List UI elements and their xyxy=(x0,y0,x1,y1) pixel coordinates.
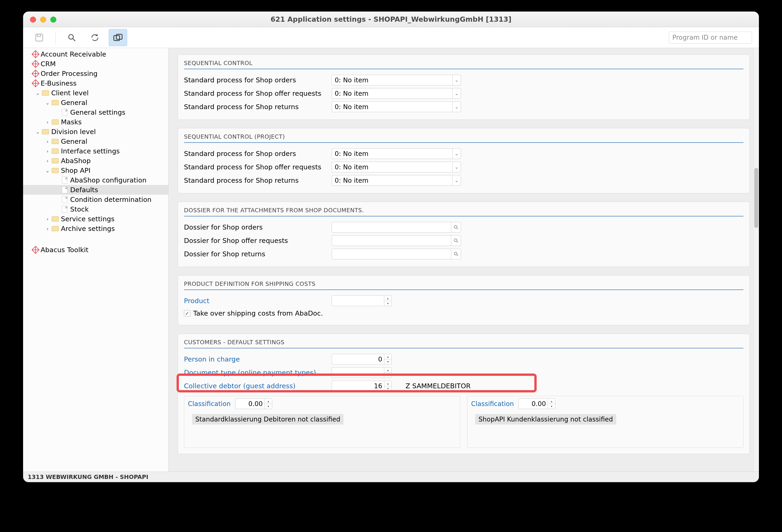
sidebar-item-dl-general[interactable]: › General xyxy=(23,137,168,146)
arrow-down-icon[interactable]: ▾ xyxy=(384,373,391,378)
sidebar-item-label: Abacus Toolkit xyxy=(41,246,88,254)
svg-point-10 xyxy=(454,252,457,255)
field-label-link[interactable]: Person in charge xyxy=(184,355,332,363)
chevron-down-icon: ⌄ xyxy=(452,102,461,112)
chevron-right-icon: › xyxy=(44,119,51,125)
panel-dossier: DOSSIER FOR THE ATTACHMENTS FROM SHOP DO… xyxy=(178,202,750,267)
vertical-scrollbar[interactable] xyxy=(753,48,759,471)
sidebar-item-account-receivable[interactable]: ▾ Account Receivable xyxy=(23,49,168,59)
search-icon xyxy=(67,33,76,42)
search-button[interactable] xyxy=(63,29,81,46)
diamond-icon xyxy=(32,60,39,68)
sidebar-item-e-business[interactable]: ▾ E-Business xyxy=(23,78,168,88)
sidebar-item-service-settings[interactable]: › Service settings xyxy=(23,214,168,224)
diamond-icon xyxy=(32,246,39,254)
sidebar-item-label: Client level xyxy=(51,89,88,97)
panel-product-definition: PRODUCT DEFINITION FOR SHIPPING COSTS Pr… xyxy=(178,275,750,325)
search-dossier-orders[interactable] xyxy=(332,222,461,233)
search-dossier-offers[interactable] xyxy=(332,235,461,246)
row-document-type: Document type (online payment types) ▴▾ xyxy=(184,366,743,379)
refresh-button[interactable] xyxy=(85,29,104,46)
sidebar-item-defaults[interactable]: ▾ Defaults xyxy=(23,185,168,195)
toolbar: Program ID or name xyxy=(23,27,759,48)
take-over-checkbox-row[interactable]: ✓ Take over shipping costs from AbaDoc. xyxy=(184,307,743,319)
sidebar-item-condition-determination[interactable]: ▾ Condition determination xyxy=(23,195,168,204)
windows-button[interactable] xyxy=(109,29,127,46)
field-label: Standard process for Shop offer requests xyxy=(184,89,332,98)
page-icon xyxy=(62,206,67,213)
classification-right-spinner[interactable]: 0.00 ▴▾ xyxy=(519,398,555,409)
sidebar-item-label: CRM xyxy=(41,60,56,68)
classification-label[interactable]: Classification xyxy=(471,400,514,408)
sidebar-item-abacus-toolkit[interactable]: ▾ Abacus Toolkit xyxy=(23,245,168,255)
chevron-right-icon: › xyxy=(44,139,51,144)
person-spinner[interactable]: 0 ▴▾ xyxy=(332,354,392,365)
diamond-icon xyxy=(32,50,39,58)
sidebar-item-order-processing[interactable]: ▾ Order Processing xyxy=(23,69,168,78)
checkbox-label: Take over shipping costs from AbaDoc. xyxy=(193,309,323,317)
close-window-button[interactable] xyxy=(30,16,36,23)
doc-type-spinner[interactable]: ▴▾ xyxy=(332,367,392,378)
svg-rect-0 xyxy=(36,34,43,41)
combo-proj-returns[interactable]: 0: No item ⌄ xyxy=(332,175,461,186)
field-label-link[interactable]: Document type (online payment types) xyxy=(184,369,332,377)
sidebar-item-interface-settings[interactable]: › Interface settings xyxy=(23,146,168,156)
sidebar-item-general[interactable]: ⌄ General xyxy=(23,98,168,108)
combo-proj-offers[interactable]: 0: No item ⌄ xyxy=(332,162,461,172)
sidebar-item-label: Stock xyxy=(70,205,88,213)
combo-proj-orders[interactable]: 0: No item ⌄ xyxy=(332,148,461,159)
combo-value: 0: No item xyxy=(335,150,368,158)
search-dossier-returns[interactable] xyxy=(332,249,461,259)
scrollbar-thumb[interactable] xyxy=(754,168,758,228)
field-label-link[interactable]: Product xyxy=(184,297,332,305)
row-person-in-charge: Person in charge 0 ▴▾ xyxy=(184,352,743,366)
field-label: Standard process for Shop orders xyxy=(184,150,332,158)
classification-label[interactable]: Classification xyxy=(188,400,230,408)
arrow-up-icon[interactable]: ▴ xyxy=(265,398,272,404)
sidebar-item-label: General settings xyxy=(70,108,125,116)
arrow-down-icon[interactable]: ▾ xyxy=(384,359,391,365)
sidebar-item-shop-api[interactable]: ⌄ Shop API xyxy=(23,166,168,175)
sidebar-item-client-level[interactable]: ⌄ Client level xyxy=(23,88,168,98)
combo-value: 0: No item xyxy=(335,177,368,184)
classification-left-spinner[interactable]: 0.00 ▴▾ xyxy=(235,398,272,409)
classification-left-value: Standardklassierung Debitoren not classi… xyxy=(192,414,344,424)
sidebar-item-stock[interactable]: ▾ Stock xyxy=(23,204,168,214)
arrow-up-icon[interactable]: ▴ xyxy=(384,368,391,373)
program-search-input[interactable]: Program ID or name xyxy=(669,32,752,44)
combo-shop-returns[interactable]: 0: No item ⌄ xyxy=(332,102,461,112)
combo-value: 0: No item xyxy=(335,163,368,171)
sidebar-item-division-level[interactable]: ⌄ Division level xyxy=(23,127,168,137)
sidebar-item-abashop[interactable]: › AbaShop xyxy=(23,156,168,166)
sidebar-item-abashop-config[interactable]: ▾ AbaShop configuration xyxy=(23,175,168,185)
combo-value: 0: No item xyxy=(335,76,368,84)
product-spinner[interactable]: ▴▾ xyxy=(332,296,392,306)
field-label: Dossier for Shop offer requests xyxy=(184,237,332,244)
sidebar-item-masks[interactable]: › Masks xyxy=(23,117,168,127)
sidebar-item-general-settings[interactable]: ▾ General settings xyxy=(23,108,168,117)
arrow-up-icon[interactable]: ▴ xyxy=(384,381,391,386)
collective-debtor-spinner[interactable]: 16 ▴▾ xyxy=(332,381,392,391)
zoom-window-button[interactable] xyxy=(50,16,56,23)
folder-icon xyxy=(52,226,59,231)
chevron-down-icon: ⌄ xyxy=(452,162,461,172)
sidebar-item-label: Defaults xyxy=(70,186,98,194)
sidebar-item-crm[interactable]: ▾ CRM xyxy=(23,59,168,69)
arrow-down-icon[interactable]: ▾ xyxy=(384,301,391,306)
arrow-up-icon[interactable]: ▴ xyxy=(384,296,391,301)
arrow-down-icon[interactable]: ▾ xyxy=(265,404,272,409)
minimize-window-button[interactable] xyxy=(40,16,46,23)
sidebar-item-archive-settings[interactable]: › Archive settings xyxy=(23,224,168,233)
checkbox-checked-icon[interactable]: ✓ xyxy=(184,310,190,316)
save-button[interactable] xyxy=(30,29,48,46)
arrow-down-icon[interactable]: ▾ xyxy=(384,386,391,391)
combo-shop-orders[interactable]: 0: No item ⌄ xyxy=(332,75,461,85)
chevron-down-icon: ⌄ xyxy=(44,168,51,174)
arrow-down-icon[interactable]: ▾ xyxy=(548,404,555,409)
field-label-link[interactable]: Collective debtor (guest address) xyxy=(184,382,332,390)
arrow-up-icon[interactable]: ▴ xyxy=(548,398,555,404)
sidebar-item-label: Account Receivable xyxy=(41,50,106,58)
combo-shop-offers[interactable]: 0: No item ⌄ xyxy=(332,88,461,99)
svg-line-9 xyxy=(457,241,458,242)
arrow-up-icon[interactable]: ▴ xyxy=(384,354,391,359)
